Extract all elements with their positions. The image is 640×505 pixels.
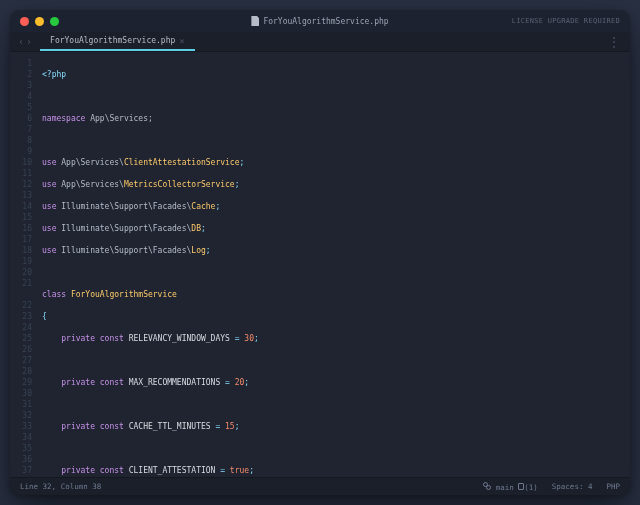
tab-active[interactable]: ForYouAlgorithmService.php × [40,32,195,51]
gutter-line-number: 3 [10,80,32,91]
editor-window: ForYouAlgorithmService.php LICENSE UPGRA… [10,10,630,495]
tabbar: ‹ › ForYouAlgorithmService.php × ⋮ [10,32,630,52]
code-text: class [42,290,66,299]
code-text: App\Services; [85,114,152,123]
gutter-line-number: 29 [10,377,32,388]
code-text: Log [191,246,205,255]
gutter-line-number: 8 [10,135,32,146]
gutter-line-number: 30 [10,388,32,399]
gutter-line-number: 27 [10,355,32,366]
code-text: MAX_RECOMMENDATIONS [129,378,221,387]
gutter-line-number: 5 [10,102,32,113]
gutter-line-number: 17 [10,234,32,245]
editor: 123456789101112131415161718192021 222324… [10,52,630,477]
statusbar: Line 32, Column 38 main (1) Spaces: 4 PH… [10,477,630,495]
gutter-line-number: 34 [10,432,32,443]
nav-back-icon[interactable]: ‹ [18,37,24,47]
gutter-line-number: 14 [10,201,32,212]
gutter-line-number: 22 [10,300,32,311]
gutter-line-number: 24 [10,322,32,333]
code-text: ForYouAlgorithmService [66,290,177,299]
gutter-line-number [10,289,32,300]
code-text: CLIENT_ATTESTATION [129,466,216,475]
git-branch[interactable]: main (1) [483,482,538,492]
branch-icon [483,482,491,490]
gutter-line-number: 7 [10,124,32,135]
gutter-line-number: 2 [10,69,32,80]
code-text: Illuminate\Support\Facades\ [56,246,191,255]
gutter-line-number: 21 [10,278,32,289]
close-tab-icon[interactable]: × [179,36,184,46]
gutter-line-number: 6 [10,113,32,124]
gutter-line-number: 11 [10,168,32,179]
code-text: 30 [244,334,254,343]
code-text: private const [42,422,129,431]
gutter-line-number: 16 [10,223,32,234]
tab-overflow-button[interactable]: ⋮ [598,32,630,51]
code-text: <?php [42,70,66,79]
code-text: use [42,224,56,233]
gutter-line-number: 25 [10,333,32,344]
tab-label: ForYouAlgorithmService.php [50,36,175,45]
code-text: ; [235,422,240,431]
gutter-line-number: 18 [10,245,32,256]
code-text: { [42,312,47,321]
code-text: ; [239,158,244,167]
code-text: namespace [42,114,85,123]
diff-count: (1) [524,483,538,492]
language-status[interactable]: PHP [606,482,620,491]
code-text: private const [42,378,129,387]
gutter-line-number: 26 [10,344,32,355]
gutter-line-number: 12 [10,179,32,190]
gutter-line-number: 37 [10,465,32,476]
code-text: = [211,422,225,431]
gutter-line-number: 36 [10,454,32,465]
gutter-line-number: 28 [10,366,32,377]
code-text: private const [42,466,129,475]
diff-icon [518,483,524,490]
gutter-line-number: 20 [10,267,32,278]
code-text: 15 [225,422,235,431]
code-text: ; [254,334,259,343]
nav-buttons: ‹ › [10,32,40,51]
code-text: ClientAttestationService [124,158,240,167]
code-text: use [42,180,56,189]
code-text: ; [244,378,249,387]
code-text: ; [249,466,254,475]
code-text: use [42,158,56,167]
titlebar: ForYouAlgorithmService.php LICENSE UPGRA… [10,10,630,32]
window-title-text: ForYouAlgorithmService.php [263,17,388,26]
code-text: RELEVANCY_WINDOW_DAYS [129,334,230,343]
gutter-line-number: 23 [10,311,32,322]
gutter-line-number: 10 [10,157,32,168]
gutter-line-number: 1 [10,58,32,69]
file-icon [251,16,259,26]
gutter-line-number: 35 [10,443,32,454]
code-text: DB [191,224,201,233]
gutter-line-number: 32 [10,410,32,421]
code-text: Illuminate\Support\Facades\ [56,224,191,233]
code-text: MetricsCollectorService [124,180,235,189]
code-text: ; [201,224,206,233]
gutter-line-number: 4 [10,91,32,102]
indent-status[interactable]: Spaces: 4 [552,482,593,491]
branch-name: main [496,483,514,492]
gutter-line-number: 15 [10,212,32,223]
code-text: ; [215,202,220,211]
code-text: App\Services\ [56,158,123,167]
code-text: = [220,378,234,387]
cursor-position[interactable]: Line 32, Column 38 [20,482,101,491]
window-title: ForYouAlgorithmService.php [10,16,630,26]
code-text: use [42,202,56,211]
code-text: ; [206,246,211,255]
code-text: private const [42,334,129,343]
gutter-line-number: 9 [10,146,32,157]
code-area[interactable]: <?php namespace App\Services; use App\Se… [38,52,630,477]
code-text: ; [235,180,240,189]
nav-forward-icon[interactable]: › [26,37,32,47]
code-text: App\Services\ [56,180,123,189]
gutter-line-number: 19 [10,256,32,267]
gutter-line-number: 31 [10,399,32,410]
code-text: = [215,466,229,475]
code-text: Cache [191,202,215,211]
